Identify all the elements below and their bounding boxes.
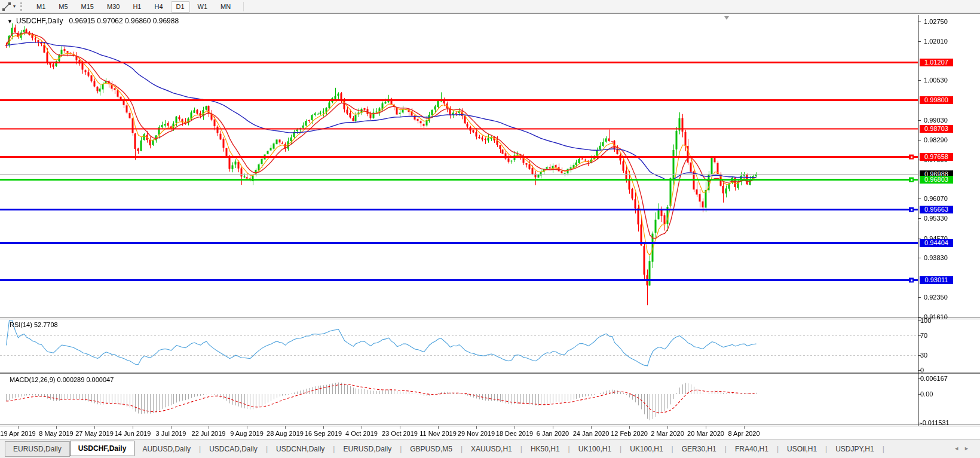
tab-scroll-arrows: ◄►	[954, 445, 974, 451]
chart-tab-xauusd-h1-7[interactable]: XAUUSD,H1	[463, 442, 520, 456]
chart-tab-ger30-h1-11[interactable]: GER30,H1	[674, 442, 724, 456]
timeframe-button-h4[interactable]: H4	[149, 1, 168, 13]
timeframe-button-h1[interactable]: H1	[127, 1, 146, 13]
timeframe-toolbar: ▾ M1M5M15M30H1H4D1W1MN	[0, 0, 980, 13]
timeframe-button-m15[interactable]: M15	[76, 1, 99, 13]
chart-tab-usdchf-daily-1[interactable]: USDCHF,Daily	[70, 441, 135, 456]
mt4-terminal: { "toolbar": { "timeframes": ["M1","M5",…	[0, 0, 980, 458]
toolbar-grip[interactable]	[20, 2, 25, 11]
chart-tab-usdcad-daily-3[interactable]: USDCAD,Daily	[201, 442, 265, 456]
timeframe-buttons: M1M5M15M30H1H4D1W1MN	[30, 1, 237, 13]
chart-tab-usdjpy-h1-14[interactable]: USDJPY,H1	[828, 442, 881, 456]
timeframe-button-m1[interactable]: M1	[31, 1, 51, 13]
trendline-tool-icon[interactable]	[1, 2, 12, 11]
chart-tab-uk100-h1-10[interactable]: UK100,H1	[622, 442, 670, 456]
timeframe-button-m30[interactable]: M30	[102, 1, 125, 13]
chart-tab-usdcnh-daily-4[interactable]: USDCNH,Daily	[268, 442, 332, 456]
price-chart-canvas[interactable]	[0, 14, 980, 439]
chart-tab-uk100-h1-9[interactable]: UK100,H1	[571, 442, 619, 456]
timeframe-button-m5[interactable]: M5	[53, 1, 73, 13]
chart-tab-audusd-daily-2[interactable]: AUDUSD,Daily	[134, 442, 198, 456]
timeframe-button-mn[interactable]: MN	[215, 1, 236, 13]
timeframe-button-d1[interactable]: D1	[171, 1, 190, 13]
chart-tab-usoil-h1-13[interactable]: USOil,H1	[779, 442, 825, 456]
tab-separator: |	[882, 445, 885, 453]
chart-tab-eurusd-daily-0[interactable]: EURUSD,Daily	[5, 441, 70, 457]
timeframe-button-w1[interactable]: W1	[192, 1, 213, 13]
chart-tab-gbpusd-m5-6[interactable]: GBPUSD,M5	[402, 442, 460, 456]
chart-tabbar: EURUSD,DailyUSDCHF,DailyAUDUSD,Daily|USD…	[0, 439, 980, 458]
chart-tabs: EURUSD,DailyUSDCHF,DailyAUDUSD,Daily|USD…	[5, 441, 885, 457]
chart-tab-fra40-h1-12[interactable]: FRA40,H1	[727, 442, 776, 456]
chart-tab-eurusd-daily-5[interactable]: EURUSD,Daily	[335, 442, 399, 456]
tab-scroll-left-icon[interactable]: ◄	[954, 445, 964, 451]
toolbar-separator	[243, 2, 244, 11]
chart-tab-hk50-h1-8[interactable]: HK50,H1	[523, 442, 568, 456]
tool-dropdown-icon[interactable]: ▾	[13, 4, 16, 9]
tab-scroll-right-icon[interactable]: ►	[964, 445, 974, 451]
chart-window: ▼USDCHF,Daily0.96915 0.97062 0.96860 0.9…	[0, 13, 980, 439]
